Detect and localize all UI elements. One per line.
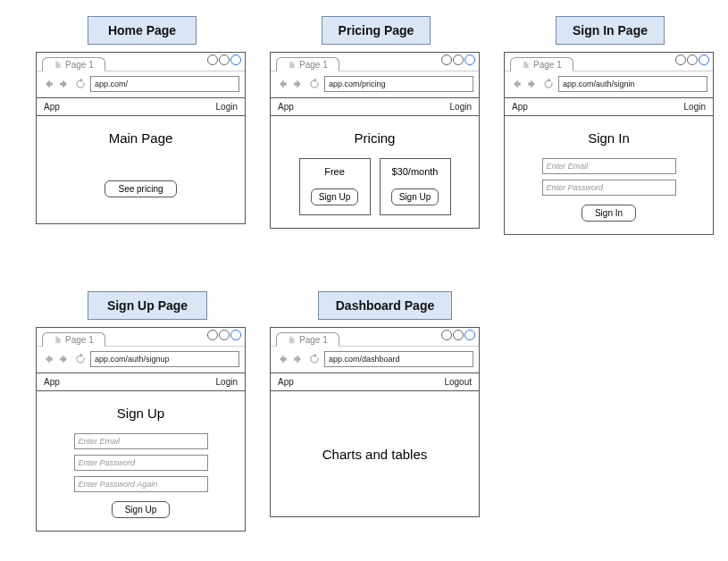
page-content-signup: Sign Up Enter Email Enter Password Enter…	[37, 391, 245, 531]
forward-icon[interactable]	[58, 78, 71, 90]
page-heading: Sign Up	[46, 406, 236, 421]
menu-app[interactable]: App	[278, 102, 294, 112]
back-icon[interactable]	[510, 78, 523, 90]
window-dot-close-icon[interactable]	[230, 330, 241, 340]
back-icon[interactable]	[276, 78, 289, 90]
window-dot-min-icon[interactable]	[207, 54, 218, 65]
tab-row: Page 1	[505, 53, 713, 71]
menu-login[interactable]: Login	[450, 102, 472, 112]
plan-name: Free	[304, 166, 366, 177]
browser-chrome: Page 1 app.com/dashboard	[271, 328, 479, 373]
browser-tab[interactable]: Page 1	[510, 57, 573, 71]
browser-tab[interactable]: Page 1	[42, 332, 105, 347]
page-content-home: Main Page See pricing	[37, 116, 245, 223]
signup-submit-button[interactable]: Sign Up	[112, 501, 171, 518]
window-dot-close-icon[interactable]	[464, 330, 475, 340]
window-dot-max-icon[interactable]	[219, 330, 230, 340]
plan-signup-button[interactable]: Sign Up	[311, 188, 359, 205]
menu-login[interactable]: Login	[684, 102, 706, 112]
menu-app[interactable]: App	[278, 377, 294, 387]
title-signup: Sign Up Page	[88, 291, 207, 320]
see-pricing-button[interactable]: See pricing	[105, 180, 176, 197]
refresh-icon[interactable]	[74, 353, 87, 365]
password-field[interactable]: Enter Password	[74, 455, 208, 471]
browser-tab[interactable]: Page 1	[276, 332, 339, 347]
nav-row: app.com/auth/signup	[37, 346, 245, 373]
window-dot-close-icon[interactable]	[230, 54, 241, 65]
url-bar[interactable]: app.com/auth/signin	[558, 76, 707, 92]
window-controls[interactable]	[675, 54, 709, 65]
password-field[interactable]: Enter Password	[542, 180, 676, 196]
page-heading: Sign In	[514, 130, 704, 146]
window-dot-min-icon[interactable]	[675, 54, 686, 65]
window-controls[interactable]	[441, 54, 475, 65]
title-home: Home Page	[88, 16, 197, 45]
title-pricing: Pricing Page	[322, 16, 431, 45]
tab-doc-icon	[54, 61, 62, 69]
forward-icon[interactable]	[526, 78, 539, 90]
plan-signup-button[interactable]: Sign Up	[391, 188, 439, 205]
page-content-dashboard: Charts and tables	[271, 391, 479, 516]
plan-row: Free Sign Up $30/month Sign Up	[280, 158, 470, 215]
menu-login[interactable]: Login	[216, 377, 238, 387]
browser-chrome: Page 1 app.com/pricing	[271, 53, 479, 98]
menubar: App Login	[505, 98, 713, 116]
window-dot-max-icon[interactable]	[453, 54, 464, 65]
refresh-icon[interactable]	[74, 78, 87, 90]
email-field[interactable]: Enter Email	[542, 158, 676, 174]
browser-tab[interactable]: Page 1	[276, 57, 339, 71]
refresh-icon[interactable]	[308, 78, 321, 90]
forward-icon[interactable]	[292, 353, 305, 365]
tab-row: Page 1	[37, 328, 245, 346]
back-icon[interactable]	[42, 353, 54, 365]
url-bar[interactable]: app.com/	[90, 76, 239, 92]
email-field[interactable]: Enter Email	[74, 433, 208, 449]
window-controls[interactable]	[441, 330, 475, 340]
nav-row: app.com/pricing	[271, 71, 479, 97]
confirm-password-field[interactable]: Enter Password Again	[74, 476, 208, 492]
window-dot-min-icon[interactable]	[441, 330, 452, 340]
title-dashboard: Dashboard Page	[318, 291, 452, 320]
tab-doc-icon	[54, 336, 62, 344]
menubar: App Logout	[271, 373, 479, 391]
menu-app[interactable]: App	[44, 377, 60, 387]
page-heading: Pricing	[280, 130, 470, 146]
window-controls[interactable]	[207, 330, 241, 340]
plan-name: $30/month	[384, 166, 447, 177]
back-icon[interactable]	[42, 78, 54, 90]
menubar: App Login	[37, 98, 245, 116]
browser-tab[interactable]: Page 1	[42, 57, 105, 71]
window-dot-close-icon[interactable]	[464, 54, 475, 65]
window-dot-min-icon[interactable]	[207, 330, 218, 340]
window-dot-max-icon[interactable]	[687, 54, 698, 65]
tab-doc-icon	[522, 61, 530, 69]
tab-label: Page 1	[65, 335, 94, 345]
menu-logout[interactable]: Logout	[444, 377, 472, 387]
window-controls[interactable]	[207, 54, 241, 65]
window-dot-close-icon[interactable]	[699, 54, 709, 65]
browser-chrome: Page 1 app.com/	[37, 53, 245, 98]
tab-doc-icon	[288, 336, 296, 344]
menu-login[interactable]: Login	[216, 102, 238, 112]
page-heading: Main Page	[46, 130, 236, 146]
refresh-icon[interactable]	[542, 78, 555, 90]
refresh-icon[interactable]	[308, 353, 321, 365]
nav-row: app.com/dashboard	[271, 346, 479, 373]
url-bar[interactable]: app.com/dashboard	[324, 351, 473, 367]
forward-icon[interactable]	[58, 353, 71, 365]
forward-icon[interactable]	[292, 78, 305, 90]
url-bar[interactable]: app.com/pricing	[324, 76, 473, 92]
menu-app[interactable]: App	[512, 102, 528, 112]
title-signin: Sign In Page	[556, 16, 665, 45]
back-icon[interactable]	[276, 353, 289, 365]
tab-row: Page 1	[37, 53, 245, 71]
url-bar[interactable]: app.com/auth/signup	[90, 351, 239, 367]
window-dot-max-icon[interactable]	[453, 330, 464, 340]
mockup-home: Page 1 app.com/ App Login Main Page See …	[36, 52, 246, 224]
dashboard-body-text: Charts and tables	[322, 447, 428, 462]
signin-submit-button[interactable]: Sign In	[582, 205, 636, 222]
window-dot-max-icon[interactable]	[219, 54, 230, 65]
window-dot-min-icon[interactable]	[441, 54, 452, 65]
menu-app[interactable]: App	[44, 102, 60, 112]
nav-row: app.com/auth/signin	[505, 71, 713, 97]
